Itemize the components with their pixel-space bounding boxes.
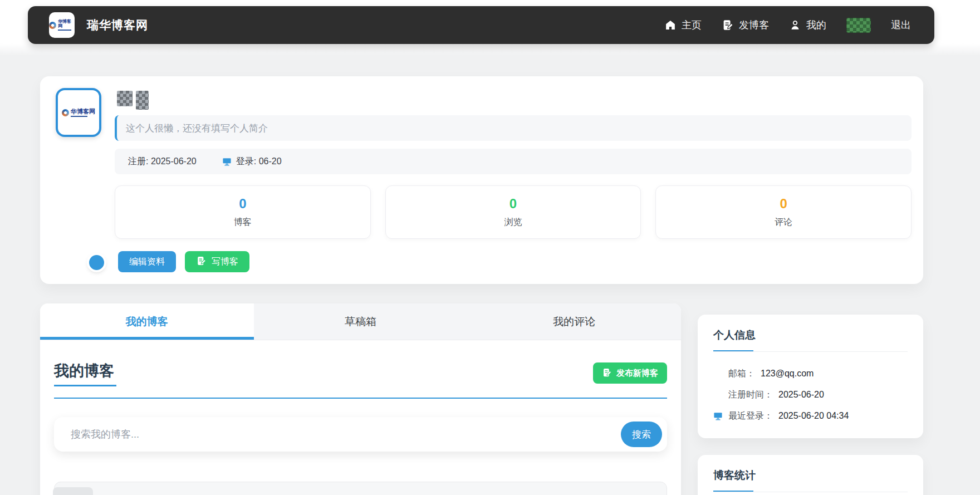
nav-mine-label: 我的 bbox=[806, 18, 826, 32]
edit-doc-icon bbox=[196, 256, 207, 268]
search-input[interactable] bbox=[71, 429, 621, 440]
write-blog-label: 写博客 bbox=[212, 256, 238, 268]
last-login-label: 最近登录： bbox=[728, 410, 773, 422]
profile-actions: 编辑资料 写博客 bbox=[118, 251, 912, 272]
avatar-logo-swirl-icon bbox=[62, 109, 69, 116]
info-row-email: 邮箱： 123@qq.com bbox=[713, 363, 908, 384]
email-label: 邮箱： bbox=[728, 368, 755, 380]
site-title: 瑞华博客网 bbox=[87, 17, 148, 33]
page: { "brand": { "title": "瑞华博客网" }, "nav": … bbox=[0, 0, 980, 495]
tab-strip: 我的博客 草稿箱 我的评论 bbox=[40, 303, 681, 340]
person-icon bbox=[789, 19, 801, 31]
navbar: 华博客网 瑞华博客网 主页 发博客 bbox=[28, 6, 934, 44]
avatar-logo-text: 华博客网 bbox=[71, 109, 95, 117]
username-censored-badge[interactable] bbox=[846, 18, 871, 33]
last-login-value: 2025-06-20 04:34 bbox=[778, 411, 849, 421]
nav-home-label: 主页 bbox=[682, 18, 702, 32]
section-title: 我的博客 bbox=[54, 362, 116, 380]
nav-menu: 主页 发博客 我的 退出 bbox=[664, 18, 911, 33]
stat-comments-value: 0 bbox=[780, 196, 787, 212]
section-title-block: 我的博客 bbox=[54, 362, 116, 386]
stat-blogs-label: 博客 bbox=[234, 217, 252, 228]
section-header: 我的博客 发布新博客 bbox=[54, 362, 667, 386]
info-row-last-login: 最近登录： 2025-06-20 04:34 bbox=[713, 405, 908, 427]
card-divider bbox=[713, 350, 908, 352]
stat-blogs-value: 0 bbox=[239, 196, 246, 212]
last-login: 登录: 06-20 bbox=[222, 156, 282, 168]
title-underline bbox=[54, 385, 116, 386]
blog-stats-card: 博客统计 bbox=[698, 455, 923, 495]
partial-list-item bbox=[53, 487, 93, 495]
nav-home[interactable]: 主页 bbox=[664, 18, 702, 32]
stat-comments-label: 评论 bbox=[775, 217, 792, 228]
profile-card: 华博客网 这个人很懒，还没有填写个人简介 注册: 2025-06-20 登录: … bbox=[40, 76, 923, 284]
nav-post-blog[interactable]: 发博客 bbox=[722, 18, 769, 32]
avatar[interactable]: 华博客网 bbox=[56, 88, 101, 137]
profile-stats: 0 博客 0 浏览 0 评论 bbox=[115, 185, 912, 239]
register-time-value: 2025-06-20 bbox=[778, 390, 824, 400]
write-blog-button[interactable]: 写博客 bbox=[185, 251, 249, 272]
section-divider bbox=[54, 398, 667, 399]
home-icon bbox=[664, 19, 677, 31]
stat-views-label: 浏览 bbox=[504, 217, 522, 228]
monitor-icon bbox=[713, 411, 728, 421]
edit-doc-icon bbox=[602, 367, 612, 379]
registered-date: 注册: 2025-06-20 bbox=[128, 156, 197, 168]
logo-swirl-icon bbox=[49, 22, 56, 29]
tab-my-comments-label: 我的评论 bbox=[553, 315, 595, 329]
edit-profile-button[interactable]: 编辑资料 bbox=[118, 251, 176, 272]
personal-info-list: 邮箱： 123@qq.com 注册时间： 2025-06-20 最近登录： 20… bbox=[713, 363, 908, 427]
logo-mini-text: 华博客网 bbox=[58, 19, 75, 31]
register-time-label: 注册时间： bbox=[728, 389, 773, 401]
stat-views[interactable]: 0 浏览 bbox=[385, 185, 641, 239]
edit-profile-label: 编辑资料 bbox=[129, 256, 165, 268]
bio-box: 这个人很懒，还没有填写个人简介 bbox=[115, 115, 912, 141]
bio-text: 这个人很懒，还没有填写个人简介 bbox=[126, 122, 268, 135]
search-button[interactable]: 搜索 bbox=[621, 422, 662, 447]
site-logo[interactable]: 华博客网 bbox=[49, 12, 75, 38]
publish-new-blog-button[interactable]: 发布新博客 bbox=[593, 362, 667, 384]
nav-mine[interactable]: 我的 bbox=[789, 18, 826, 32]
tab-my-blogs[interactable]: 我的博客 bbox=[40, 303, 254, 340]
status-dot[interactable] bbox=[89, 255, 104, 270]
tab-drafts-label: 草稿箱 bbox=[345, 315, 376, 329]
personal-info-title: 个人信息 bbox=[713, 328, 908, 342]
username-censored bbox=[117, 91, 912, 106]
nav-post-label: 发博客 bbox=[739, 18, 769, 32]
blog-list-placeholder bbox=[54, 482, 667, 495]
stat-views-value: 0 bbox=[509, 196, 517, 212]
edit-doc-icon bbox=[722, 19, 734, 31]
tab-my-comments[interactable]: 我的评论 bbox=[467, 303, 681, 340]
main-card: 我的博客 草稿箱 我的评论 我的博客 bbox=[40, 303, 681, 495]
last-login-text: 登录: 06-20 bbox=[236, 156, 282, 168]
personal-info-card: 个人信息 邮箱： 123@qq.com 注册时间： 2025-06-20 最近登… bbox=[698, 315, 923, 438]
tab-my-blogs-label: 我的博客 bbox=[126, 315, 168, 329]
info-row-register-time: 注册时间： 2025-06-20 bbox=[713, 384, 908, 405]
nav-logout[interactable]: 退出 bbox=[891, 18, 911, 32]
tab-drafts[interactable]: 草稿箱 bbox=[254, 303, 468, 340]
search-bar: 搜索 bbox=[54, 417, 667, 452]
nav-logout-label: 退出 bbox=[891, 18, 911, 32]
publish-new-blog-label: 发布新博客 bbox=[616, 368, 658, 379]
profile-details: 这个人很懒，还没有填写个人简介 注册: 2025-06-20 登录: 06-20… bbox=[115, 86, 912, 272]
monitor-icon bbox=[222, 157, 232, 166]
profile-meta: 注册: 2025-06-20 登录: 06-20 bbox=[115, 149, 912, 174]
stat-blogs[interactable]: 0 博客 bbox=[115, 185, 371, 239]
email-value: 123@qq.com bbox=[761, 369, 814, 379]
stat-comments[interactable]: 0 评论 bbox=[655, 185, 912, 239]
blog-stats-title: 博客统计 bbox=[713, 468, 908, 483]
card-divider bbox=[713, 491, 908, 492]
tab-content: 我的博客 发布新博客 搜索 bbox=[40, 340, 681, 495]
